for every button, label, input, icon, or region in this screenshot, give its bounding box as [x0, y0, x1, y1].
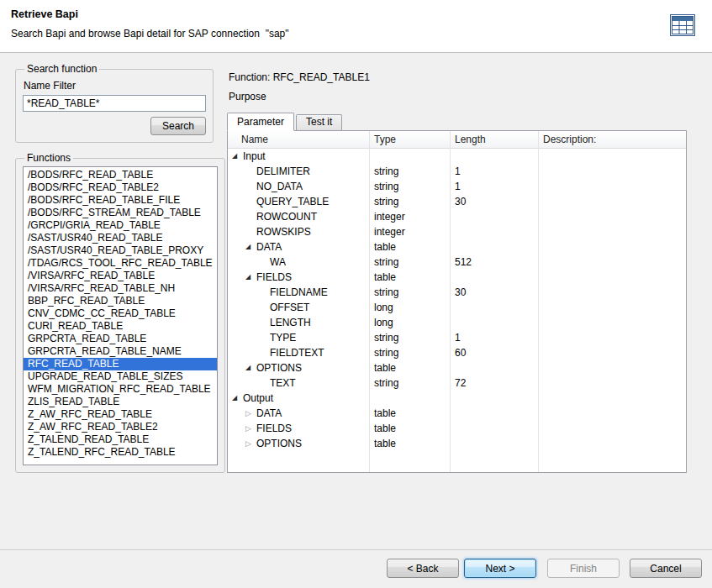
parameter-row[interactable]: WA string 512: [228, 255, 686, 270]
tree-expander-icon[interactable]: ◢: [245, 239, 256, 255]
function-list-item[interactable]: /VIRSA/RFC_READ_TABLE_NH: [24, 282, 217, 295]
param-name-cell: OFFSET: [228, 300, 369, 315]
param-type-cell: string: [369, 179, 450, 194]
parameter-row[interactable]: DELIMITER string 1: [228, 164, 686, 179]
param-type-cell: string: [369, 194, 450, 209]
parameter-row[interactable]: ◢ Input: [228, 149, 686, 164]
param-name-cell: DELIMITER: [228, 164, 369, 179]
param-description-cell: [538, 391, 686, 406]
function-list-item[interactable]: /TDAG/RCS_TOOL_RFC_READ_TABLE: [24, 257, 217, 270]
param-name-text: TYPE: [270, 330, 296, 345]
parameter-panel: Name Type Length Description: ◢ Input: [227, 130, 687, 473]
param-description-cell: [538, 345, 686, 360]
function-list-item[interactable]: Z_TALEND_READ_TABLE: [24, 433, 217, 446]
parameter-row[interactable]: ◢ OPTIONS table: [228, 360, 686, 375]
parameter-row[interactable]: ▷ OPTIONS table: [228, 436, 686, 451]
param-type-cell: string: [369, 330, 450, 345]
tree-expander-icon[interactable]: ▷: [245, 421, 256, 436]
search-button[interactable]: Search: [150, 117, 206, 135]
param-type-cell: string: [369, 285, 450, 300]
parameter-row[interactable]: ROWCOUNT integer: [228, 209, 686, 224]
back-button[interactable]: < Back: [387, 559, 459, 578]
tree-expander-icon[interactable]: ◢: [232, 391, 243, 406]
next-button[interactable]: Next >: [464, 559, 536, 578]
param-name-cell: FIELDTEXT: [228, 345, 369, 360]
function-list-item[interactable]: CURI_READ_TABLE: [24, 320, 217, 333]
tab-parameter[interactable]: Parameter: [227, 113, 294, 131]
function-list-item[interactable]: GRPCRTA_READ_TABLE_NAME: [24, 345, 217, 358]
functions-group: Functions /BODS/RFC_READ_TABLE/BODS/RFC_…: [15, 152, 225, 473]
parameter-row[interactable]: ◢ FIELDS table: [228, 270, 686, 285]
function-list-item[interactable]: CNV_CDMC_CC_READ_TABLE: [24, 307, 217, 320]
param-type-cell: integer: [369, 209, 450, 224]
tree-expander-icon[interactable]: ▷: [245, 436, 256, 451]
page-title: Retrieve Bapi: [0, 0, 712, 20]
param-length-cell: 60: [450, 345, 538, 360]
tree-expander-icon[interactable]: ◢: [232, 149, 243, 164]
param-name-cell: NO_DATA: [228, 179, 369, 194]
column-header-type: Type: [369, 131, 450, 148]
parameter-row[interactable]: TYPE string 1: [228, 330, 686, 345]
finish-button: Finish: [547, 559, 620, 578]
param-name-text: OPTIONS: [256, 360, 302, 375]
function-list-item[interactable]: /SAST/USR40_READ_TABLE_PROXY: [24, 244, 217, 257]
search-group-label: Search function: [24, 63, 99, 75]
purpose-label: Purpose: [229, 91, 687, 102]
param-name-cell: ▷ OPTIONS: [228, 436, 369, 451]
param-type-cell: table: [369, 270, 450, 285]
function-list-item[interactable]: /BODS/RFC_READ_TABLE_FILE: [24, 194, 217, 207]
function-list-item[interactable]: WFM_MIGRATION_RFC_READ_TABLE: [24, 383, 217, 396]
param-name-cell: FIELDNAME: [228, 285, 369, 300]
function-name-label: Function: RFC_READ_TABLE1: [229, 71, 687, 83]
tab-test-it[interactable]: Test it: [296, 114, 342, 130]
function-list-item[interactable]: UPGRADE_READ_TABLE_SIZES: [24, 370, 217, 383]
param-name-text: NO_DATA: [256, 179, 303, 194]
param-description-cell: [538, 239, 686, 255]
cancel-button[interactable]: Cancel: [630, 559, 702, 578]
parameter-row[interactable]: ROWSKIPS integer: [228, 224, 686, 239]
function-list-item[interactable]: /BODS/RFC_STREAM_READ_TABLE: [24, 207, 217, 219]
parameter-row[interactable]: FIELDTEXT string 60: [228, 345, 686, 360]
parameter-row[interactable]: QUERY_TABLE string 30: [228, 194, 686, 209]
name-filter-input[interactable]: [23, 95, 206, 112]
parameter-row[interactable]: TEXT string 72: [228, 375, 686, 391]
param-name-text: DELIMITER: [256, 164, 310, 179]
param-description-cell: [538, 224, 686, 239]
param-name-cell: ◢ Output: [228, 391, 369, 406]
parameter-row[interactable]: ▷ DATA table: [228, 406, 686, 421]
function-list-item[interactable]: RFC_READ_TABLE: [24, 358, 217, 370]
param-type-cell: long: [369, 315, 450, 330]
function-list-item[interactable]: ZLIS_READ_TABLE: [24, 396, 217, 408]
parameter-row[interactable]: ◢ Output: [228, 391, 686, 406]
param-type-cell: table: [369, 421, 450, 436]
function-list-item[interactable]: /GRCPI/GRIA_READ_TABLE: [24, 219, 217, 232]
function-list-item[interactable]: /BODS/RFC_READ_TABLE: [24, 169, 217, 181]
function-list-item[interactable]: Z_AW_RFC_READ_TABLE2: [24, 421, 217, 433]
functions-list[interactable]: /BODS/RFC_READ_TABLE/BODS/RFC_READ_TABLE…: [23, 166, 218, 465]
parameter-row[interactable]: ◢ DATA table: [228, 239, 686, 255]
functions-group-label: Functions: [24, 152, 73, 164]
parameter-row[interactable]: OFFSET long: [228, 300, 686, 315]
function-list-item[interactable]: GRPCRTA_READ_TABLE: [24, 333, 217, 345]
param-name-cell: TYPE: [228, 330, 369, 345]
param-description-cell: [538, 209, 686, 224]
tree-expander-icon[interactable]: ◢: [245, 360, 256, 375]
function-list-item[interactable]: BBP_RFC_READ_TABLE: [24, 295, 217, 307]
parameter-row[interactable]: FIELDNAME string 30: [228, 285, 686, 300]
tree-expander-icon[interactable]: ▷: [245, 406, 256, 421]
parameter-row[interactable]: NO_DATA string 1: [228, 179, 686, 194]
tree-expander-icon[interactable]: ◢: [245, 270, 256, 285]
column-header-description: Description:: [538, 131, 686, 148]
parameter-row[interactable]: LENGTH long: [228, 315, 686, 330]
function-list-item[interactable]: Z_AW_RFC_READ_TABLE: [24, 408, 217, 421]
function-list-item[interactable]: /SAST/USR40_READ_TABLE: [24, 232, 217, 244]
param-name-text: Output: [243, 391, 273, 406]
function-list-item[interactable]: /BODS/RFC_READ_TABLE2: [24, 181, 217, 194]
parameter-row[interactable]: ▷ FIELDS table: [228, 421, 686, 436]
function-list-item[interactable]: /VIRSA/RFC_READ_TABLE: [24, 270, 217, 282]
param-length-cell: 1: [450, 179, 538, 194]
param-length-cell: [450, 406, 538, 421]
param-name-cell: ◢ OPTIONS: [228, 360, 369, 375]
function-list-item[interactable]: Z_TALEND_RFC_READ_TABLE: [24, 446, 217, 459]
param-description-cell: [538, 285, 686, 300]
